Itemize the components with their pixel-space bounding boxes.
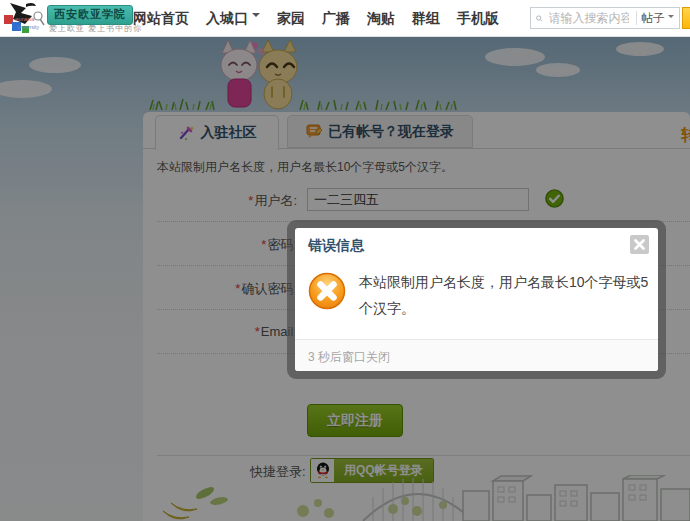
close-button[interactable] [630, 235, 649, 254]
error-x-icon [308, 272, 346, 310]
caret-down-icon [252, 13, 260, 21]
dialog-countdown: 3 秒后窗口关闭 [308, 349, 390, 366]
search-scope-dropdown[interactable]: 帖子 [641, 10, 674, 27]
search-input[interactable] [547, 10, 631, 26]
site-header: eurasia University 西安欧亚学院 爱上欧亚 爱上书中的你 网站… [0, 0, 690, 37]
close-icon [634, 239, 645, 250]
logo-mark[interactable]: eurasia University [2, 2, 46, 35]
main-nav: 网站首页 入城口 家园 广播 淘贴 群组 手机版 [133, 0, 499, 37]
nav-groups[interactable]: 群组 [412, 10, 440, 28]
dialog-footer: 3 秒后窗口关闭 [295, 339, 658, 371]
nav-mobile[interactable]: 手机版 [457, 10, 499, 28]
page: 已有帐号？现在登录 入驻社区 本站限制用户名长度，用户名最长10个字母或5个汉字… [0, 0, 690, 521]
nav-home[interactable]: 网站首页 [133, 10, 189, 28]
svg-text:eurasia: eurasia [15, 16, 35, 22]
search-icon [536, 12, 543, 25]
nav-homeland[interactable]: 家园 [277, 10, 305, 28]
nav-city-gate[interactable]: 入城口 [206, 10, 260, 28]
nav-taotie[interactable]: 淘贴 [367, 10, 395, 28]
nav-broadcast[interactable]: 广播 [322, 10, 350, 28]
brand-slogan: 爱上欧亚 爱上书中的你 [49, 23, 142, 34]
search-bar: 帖子 [530, 7, 680, 29]
brand-badge[interactable]: 西安欧亚学院 [47, 5, 133, 25]
search-submit-button[interactable] [682, 7, 690, 29]
caret-down-icon [668, 15, 674, 21]
dialog-message: 本站限制用户名长度，用户名最长10个字母或5个汉字。 [359, 269, 655, 321]
dialog-title: 错误信息 [308, 237, 364, 255]
svg-text:University: University [17, 24, 39, 30]
search-divider [636, 11, 637, 25]
error-dialog: 错误信息 本站限制用户名长度，用户名最长10个字母或5个汉字。 3 秒后窗口关闭 [295, 228, 658, 371]
